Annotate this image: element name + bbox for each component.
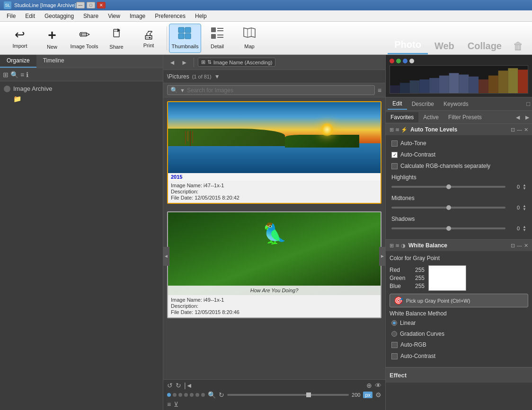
auto-tone-header[interactable]: ⊞ ≋ ⚡ Auto Tone Levels ⊡ — ✕ xyxy=(386,124,532,135)
path-chevron[interactable]: ▼ xyxy=(214,73,220,80)
image-archive-root[interactable]: Image Archive xyxy=(4,85,159,92)
wb-autocontrast-checkbox[interactable] xyxy=(391,353,398,359)
panel-close-icon[interactable]: ✕ xyxy=(524,127,528,133)
highlights-slider[interactable] xyxy=(391,186,505,188)
list-options-button[interactable]: ≡ xyxy=(378,87,381,94)
thumbnails-icon xyxy=(178,27,192,43)
dot-4[interactable] xyxy=(184,393,188,397)
menu-image[interactable]: Image xyxy=(125,11,150,21)
wb-minimize-icon[interactable]: — xyxy=(517,243,522,249)
image-card-2[interactable]: 🦜 How Are You Doing? Image Name: i49--1x… xyxy=(167,211,381,318)
maximize-button[interactable]: □ xyxy=(87,2,95,9)
share-button[interactable]: Share xyxy=(100,24,133,53)
bottom-list-icon[interactable]: ≡ xyxy=(167,401,171,408)
panel-minimize-icon[interactable]: — xyxy=(517,127,522,133)
eye-button[interactable]: 👁 xyxy=(375,382,381,389)
dot-6[interactable] xyxy=(195,393,199,397)
trash-button[interactable]: 🗑 xyxy=(508,38,528,54)
wb-close-icon[interactable]: ✕ xyxy=(524,243,528,249)
rgb-channels-checkbox[interactable] xyxy=(391,163,398,169)
red-channel-dot[interactable] xyxy=(390,59,394,63)
fav-prev[interactable]: ◄ xyxy=(513,113,523,121)
autorgb-checkbox[interactable] xyxy=(391,342,398,348)
menu-help[interactable]: Help xyxy=(190,11,212,21)
left-collapse-arrow[interactable]: ◄ xyxy=(163,247,169,266)
thumbnails-button[interactable]: Thumbnails xyxy=(169,24,201,53)
filter-presets-tab[interactable]: Filter Presets xyxy=(443,112,487,122)
photo-view-tab[interactable]: Photo xyxy=(388,36,428,54)
active-tab[interactable]: Active xyxy=(418,112,443,122)
menu-preferences[interactable]: Preferences xyxy=(150,11,190,21)
search-input[interactable] xyxy=(187,87,372,94)
midtones-value: 0 xyxy=(508,205,520,210)
timeline-tab[interactable]: Timeline xyxy=(36,55,71,68)
green-channel-dot[interactable] xyxy=(396,59,401,63)
wb-expand-icon[interactable]: ⊡ xyxy=(511,243,515,249)
midtones-slider[interactable] xyxy=(391,207,505,209)
settings-button[interactable]: ⚙ xyxy=(375,391,381,399)
image-card-1[interactable]: 2015 Image Name: i47--1x-1 Description: … xyxy=(167,101,381,204)
nav-fwd[interactable]: ► xyxy=(179,58,190,67)
print-button[interactable]: 🖨 Print xyxy=(133,24,165,53)
right-collapse-arrow[interactable]: ► xyxy=(379,247,386,266)
favorites-tab[interactable]: Favorites xyxy=(386,112,418,122)
undo-button[interactable]: ↺ xyxy=(167,382,173,389)
list-icon[interactable]: ≡ xyxy=(20,71,24,79)
pickup-button[interactable]: 🎯 Pick up Gray Point (Ctrl+W) xyxy=(390,294,528,307)
redo-button[interactable]: ↻ xyxy=(176,382,181,389)
zoom-in-icon[interactable]: 🔍 xyxy=(208,391,216,399)
import-button[interactable]: ↩ Import xyxy=(4,24,36,53)
detail-button[interactable]: Detail xyxy=(201,24,233,53)
prev-frame-button[interactable]: |◄ xyxy=(184,382,193,389)
collage-view-tab[interactable]: Collage xyxy=(461,38,508,54)
dot-3[interactable] xyxy=(178,393,182,397)
search-dropdown[interactable]: ▼ xyxy=(180,87,185,93)
fav-next[interactable]: ► xyxy=(523,113,532,121)
shadows-arrows: ▲ ▼ xyxy=(523,225,526,232)
archive-folder[interactable]: 📁 xyxy=(4,95,159,103)
white-balance-header[interactable]: ⊞ ≋ ◑ White Balance ⊡ — ✕ xyxy=(386,240,532,251)
organize-tab[interactable]: Organize xyxy=(0,55,36,68)
dot-1[interactable] xyxy=(167,393,171,397)
keywords-tab[interactable]: Keywords xyxy=(439,99,473,109)
all-channel-dot[interactable] xyxy=(409,59,414,63)
dot-5[interactable] xyxy=(190,393,194,397)
sort-button[interactable]: ⊞ ⇅ Image Name (Ascending) xyxy=(198,58,276,67)
rotate-icon[interactable]: ↻ xyxy=(219,391,224,399)
dot-7[interactable] xyxy=(201,393,205,397)
dot-2[interactable] xyxy=(173,393,177,397)
blue-channel-dot[interactable] xyxy=(403,59,408,63)
auto-tone-checkbox[interactable] xyxy=(391,140,398,147)
map-button[interactable]: Map xyxy=(233,24,266,53)
info-icon[interactable]: ℹ xyxy=(26,71,28,79)
grid-icon[interactable]: ⊞ xyxy=(3,71,9,79)
edit-tab[interactable]: Edit xyxy=(388,98,407,110)
close-button[interactable]: ✕ xyxy=(97,2,106,9)
minimize-button[interactable]: — xyxy=(76,2,85,9)
zoom-slider[interactable] xyxy=(227,392,349,398)
transform-button[interactable]: ⊕ xyxy=(366,382,372,389)
bottom-filter-icon[interactable]: ⊻ xyxy=(174,401,178,408)
describe-tab[interactable]: Describe xyxy=(407,99,439,109)
menu-geotagging[interactable]: Geotagging xyxy=(40,11,79,21)
menu-share[interactable]: Share xyxy=(79,11,103,21)
menu-view[interactable]: View xyxy=(103,11,125,21)
web-view-tab[interactable]: Web xyxy=(428,38,461,54)
new-button[interactable]: + New xyxy=(36,24,68,53)
tab-extra-icon[interactable]: □ xyxy=(526,100,530,107)
shadows-slider[interactable] xyxy=(391,227,505,229)
nav-back[interactable]: ◄ xyxy=(167,58,177,67)
svg-rect-25 xyxy=(498,70,508,93)
menu-file[interactable]: File xyxy=(2,11,20,21)
menu-edit[interactable]: Edit xyxy=(20,11,40,21)
image-tools-button[interactable]: ✏ Image Tools xyxy=(68,24,100,53)
linear-radio[interactable] xyxy=(391,320,397,326)
search-icon[interactable]: 🔍 xyxy=(10,71,18,79)
gradation-radio[interactable] xyxy=(391,331,397,337)
highlights-down[interactable]: ▼ xyxy=(523,187,526,190)
midtones-down[interactable]: ▼ xyxy=(523,208,526,211)
shadows-down[interactable]: ▼ xyxy=(523,228,526,232)
auto-contrast-checkbox[interactable]: ✓ xyxy=(391,152,398,158)
year-label-1: 2015 xyxy=(168,173,381,181)
panel-expand-icon[interactable]: ⊡ xyxy=(511,127,515,133)
